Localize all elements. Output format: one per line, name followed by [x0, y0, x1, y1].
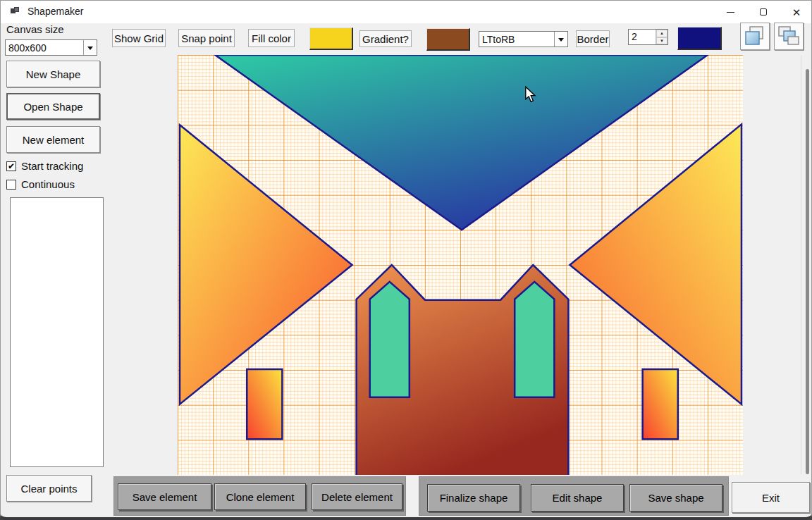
canvas-size-select[interactable]: 800x600 [5, 39, 97, 56]
finalize-shape-button[interactable]: Finalize shape [427, 484, 520, 512]
drawing-canvas[interactable] [178, 55, 743, 475]
minimize-icon [727, 12, 734, 13]
send-to-back-button[interactable] [774, 23, 804, 50]
close-button[interactable]: ✕ [780, 1, 812, 23]
save-shape-button[interactable]: Save shape [629, 484, 722, 512]
open-shape-button[interactable]: Open Shape [6, 93, 100, 120]
stepper-up-icon[interactable]: ▲ [656, 30, 668, 37]
scrollbar-track[interactable] [801, 56, 801, 474]
checkbox-checked-icon[interactable]: ✔ [6, 161, 16, 171]
close-icon: ✕ [792, 7, 801, 18]
border-button[interactable]: Border [576, 30, 610, 47]
edit-shape-button[interactable]: Edit shape [531, 484, 624, 512]
chevron-down-icon[interactable] [83, 40, 97, 55]
gradient-mode-value: LTtoRB [479, 34, 554, 45]
app-icon [11, 7, 20, 17]
exit-button[interactable]: Exit [732, 482, 810, 513]
checkbox-unchecked-icon[interactable] [6, 180, 16, 190]
minimize-button[interactable] [714, 1, 746, 23]
border-width-value[interactable]: 2 [629, 30, 656, 44]
border-width-stepper[interactable]: 2 ▲ ▼ [628, 29, 668, 45]
fill-color-button[interactable]: Fill color [248, 29, 295, 47]
send-to-back-icon [775, 23, 803, 49]
clear-points-button[interactable]: Clear points [6, 475, 92, 502]
show-grid-button[interactable]: Show Grid [112, 29, 166, 47]
start-tracking-checkbox[interactable]: ✔ Start tracking [6, 160, 83, 172]
delete-element-button[interactable]: Delete element [312, 483, 402, 510]
right-small-rect[interactable] [643, 369, 678, 439]
gradient-color-swatch[interactable] [426, 28, 470, 51]
stepper-down-icon[interactable]: ▼ [656, 37, 668, 45]
snap-point-button[interactable]: Snap point [178, 29, 235, 47]
save-element-button[interactable]: Save element [118, 483, 211, 510]
bring-to-front-button[interactable] [740, 23, 770, 50]
continuous-checkbox[interactable]: Continuous [6, 178, 75, 190]
border-color-swatch[interactable] [677, 27, 722, 50]
maximize-button[interactable] [747, 1, 780, 23]
points-listbox[interactable] [10, 197, 104, 467]
scrollbar-thumb[interactable] [806, 69, 809, 474]
title-bar: Shapemaker ✕ [1, 1, 811, 23]
canvas-size-value: 800x600 [6, 42, 83, 54]
start-tracking-label: Start tracking [21, 160, 83, 172]
left-window[interactable] [370, 282, 410, 397]
new-shape-button[interactable]: New Shape [6, 61, 100, 87]
right-window[interactable] [515, 282, 554, 397]
new-element-button[interactable]: New element [6, 126, 100, 153]
clone-element-button[interactable]: Clone element [214, 483, 306, 510]
maximize-icon [760, 8, 767, 16]
canvas-size-label: Canvas size [6, 23, 64, 35]
left-small-rect[interactable] [247, 369, 282, 439]
bring-to-front-icon [741, 23, 769, 49]
app-window: Shapemaker ✕ Canvas size 800x600 New Sha… [0, 0, 812, 520]
chevron-down-icon[interactable] [554, 32, 567, 47]
window-title: Shapemaker [27, 6, 83, 17]
gradient-button[interactable]: Gradient? [359, 30, 412, 47]
fill-color-swatch[interactable] [309, 27, 353, 50]
continuous-label: Continuous [21, 178, 75, 190]
gradient-mode-select[interactable]: LTtoRB [479, 31, 568, 47]
